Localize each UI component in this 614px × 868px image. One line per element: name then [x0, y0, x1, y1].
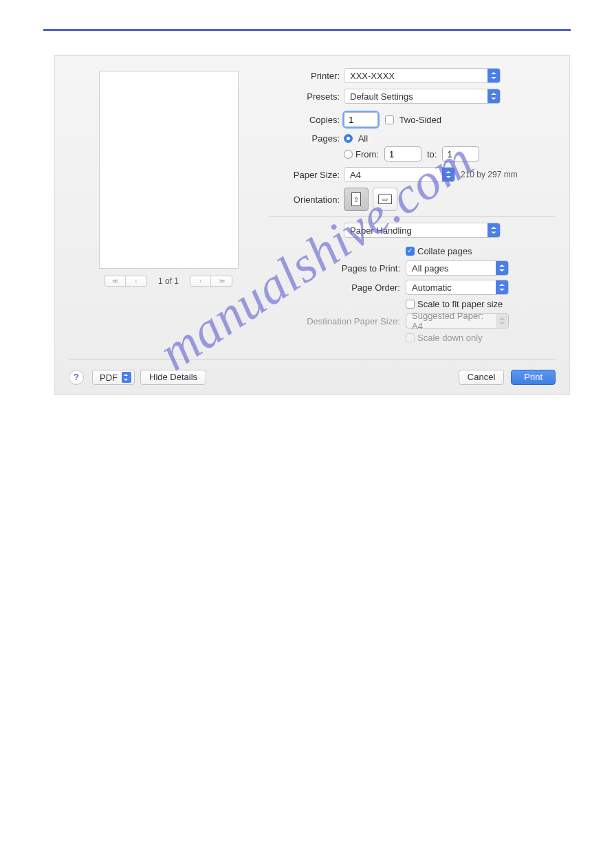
last-page-icon[interactable]: ≫: [211, 276, 232, 286]
person-portrait-icon: ⇧: [351, 192, 361, 206]
pages-to-print-value: All pages: [412, 263, 448, 274]
collate-checkbox[interactable]: [406, 247, 415, 256]
first-page-icon[interactable]: ≪: [105, 276, 126, 286]
presets-select[interactable]: Default Settings: [344, 89, 501, 104]
copies-input[interactable]: [344, 112, 378, 127]
dest-paper-size-value: Suggested Paper: A4: [412, 311, 493, 331]
scale-down-checkbox: [406, 333, 415, 342]
dialog-footer: ? PDF Hide Details Cancel Print: [69, 359, 556, 385]
pages-from-label: From:: [355, 149, 379, 159]
dest-paper-size-select: Suggested Paper: A4: [406, 313, 509, 329]
page-order-label: Page Order:: [268, 282, 406, 293]
page-order-value: Automatic: [412, 282, 452, 293]
pager-fwd-group[interactable]: › ≫: [190, 276, 232, 287]
form-column: Printer: XXX-XXXX Presets: Default Setti…: [268, 68, 556, 347]
chevron-updown-icon: [442, 168, 454, 181]
help-button[interactable]: ?: [69, 370, 84, 385]
two-sided-label: Two-Sided: [399, 115, 441, 125]
page-divider: [43, 29, 571, 31]
page-order-select[interactable]: Automatic: [406, 280, 509, 295]
chevron-updown-icon: [496, 280, 508, 294]
orientation-portrait-button[interactable]: ⇧: [344, 188, 369, 211]
printer-value: XXX-XXXX: [350, 71, 395, 81]
scale-fit-label: Scale to fit paper size: [417, 299, 503, 309]
pages-to-input[interactable]: [442, 146, 479, 162]
chevron-updown-icon: [487, 223, 500, 237]
printer-label: Printer:: [268, 71, 344, 81]
scale-down-label: Scale down only: [417, 333, 483, 343]
paper-handling-block: Collate pages Pages to Print: All pages …: [268, 246, 556, 343]
chevron-updown-icon: [496, 314, 508, 328]
cancel-button[interactable]: Cancel: [459, 370, 504, 385]
paper-size-label: Paper Size:: [268, 170, 344, 180]
presets-value: Default Settings: [350, 91, 413, 102]
preview-column: ≪ ‹ 1 of 1 › ≫: [69, 68, 268, 347]
pages-to-label: to:: [427, 149, 437, 159]
pdf-dropdown-button[interactable]: PDF: [92, 370, 135, 385]
section-select[interactable]: Paper Handling: [344, 223, 501, 238]
pdf-label: PDF: [100, 372, 118, 383]
orientation-landscape-button[interactable]: ⇨: [373, 188, 397, 211]
paper-size-select[interactable]: A4: [344, 167, 455, 182]
chevron-updown-icon: [496, 261, 508, 275]
print-dialog: ≪ ‹ 1 of 1 › ≫ Printer: XXX-XXXX P: [54, 55, 570, 395]
chevron-updown-icon: [122, 372, 131, 383]
paper-size-value: A4: [350, 170, 361, 180]
section-divider: [268, 216, 556, 217]
hide-details-button[interactable]: Hide Details: [140, 370, 206, 385]
pages-from-input[interactable]: [384, 146, 421, 162]
copies-label: Copies:: [268, 115, 344, 125]
scale-fit-checkbox[interactable]: [406, 300, 415, 309]
pages-to-print-label: Pages to Print:: [268, 263, 406, 274]
pages-from-radio[interactable]: [344, 150, 353, 159]
pager-label: 1 of 1: [158, 276, 179, 286]
paper-size-hint: 210 by 297 mm: [461, 170, 518, 179]
pages-all-radio[interactable]: [344, 134, 353, 143]
pages-label: Pages:: [268, 133, 344, 144]
presets-label: Presets:: [268, 91, 344, 102]
preview-page: [99, 71, 239, 269]
chevron-updown-icon: [487, 89, 500, 103]
dest-paper-size-label: Destination Paper Size:: [268, 316, 406, 326]
section-value: Paper Handling: [350, 225, 412, 236]
pager-back-group[interactable]: ≪ ‹: [105, 276, 147, 287]
next-page-icon[interactable]: ›: [190, 276, 211, 286]
pages-to-print-select[interactable]: All pages: [406, 260, 509, 276]
printer-select[interactable]: XXX-XXXX: [344, 68, 501, 83]
collate-label: Collate pages: [417, 246, 472, 256]
person-landscape-icon: ⇨: [378, 194, 392, 204]
print-button[interactable]: Print: [511, 370, 556, 385]
chevron-updown-icon: [487, 69, 500, 82]
pages-all-label: All: [358, 133, 368, 144]
two-sided-checkbox[interactable]: [385, 115, 394, 124]
orientation-label: Orientation:: [268, 194, 344, 205]
prev-page-icon[interactable]: ‹: [126, 276, 146, 286]
